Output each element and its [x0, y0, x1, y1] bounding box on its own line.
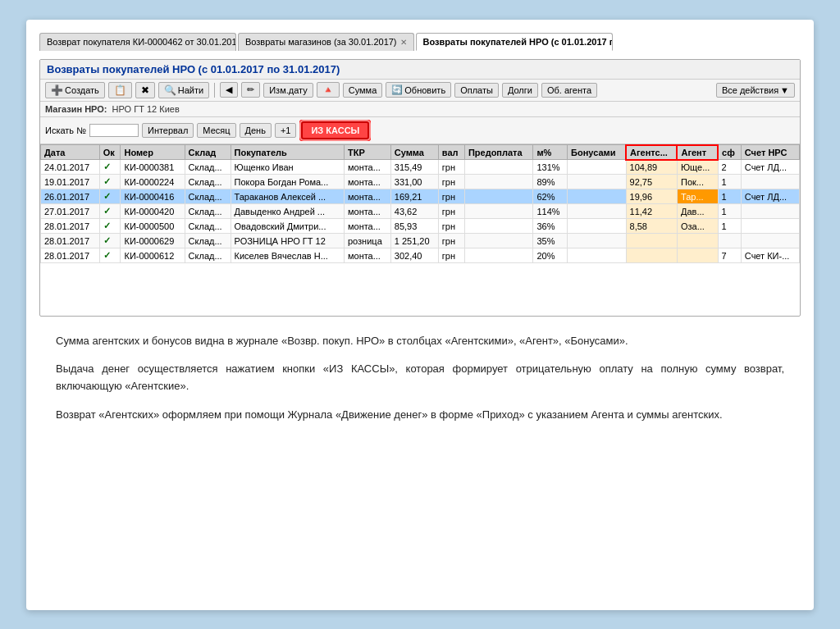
col-buyer: Покупатель — [231, 145, 344, 160]
filter-bar: Магазин НРО: НРО ГТ 12 Киев — [40, 102, 800, 117]
arrow-left-icon: ◀ — [226, 84, 232, 95]
table-header-row: Дата Ок Номер Склад Покупатель ТКР Сумма… — [41, 145, 800, 160]
col-sklad: Склад — [185, 145, 231, 160]
cell-m-pct: 35% — [533, 234, 568, 248]
edit-button[interactable]: ✏ — [241, 82, 260, 98]
oplaty-button[interactable]: Оплаты — [454, 83, 499, 98]
cell-m-pct: 131% — [533, 160, 568, 175]
cell-summa: 302,40 — [390, 248, 438, 263]
delete-button[interactable]: ✖ — [135, 82, 155, 98]
copy-icon: 📋 — [114, 84, 126, 96]
cell-predoplata — [464, 219, 533, 234]
cell-val: грн — [438, 175, 464, 189]
cell-val: грн — [438, 234, 464, 248]
col-val: вал — [438, 145, 464, 160]
cell-summa: 85,93 — [390, 219, 438, 234]
cell-val: грн — [438, 248, 464, 263]
find-button[interactable]: 🔍 Найти — [158, 82, 209, 98]
cell-tkr: розница — [344, 234, 390, 248]
cell-buyer: Киселев Вячеслав Н... — [231, 248, 344, 263]
cell-bonusami — [568, 160, 626, 175]
refresh-icon: 🔄 — [391, 84, 403, 95]
cell-summa: 315,49 — [390, 160, 438, 175]
cell-summa: 1 251,20 — [390, 234, 438, 248]
tab-1-label: Возврат покупателя КИ-0000462 от 30.01.2… — [47, 37, 236, 47]
cell-ok: ✓ — [99, 204, 121, 219]
summa-button[interactable]: Сумма — [343, 83, 383, 98]
cell-summa: 169,21 — [390, 189, 438, 204]
dolgi-button[interactable]: Долги — [502, 83, 538, 98]
cell-sf: 1 — [718, 204, 741, 219]
cell-date: 26.01.2017 — [41, 189, 100, 204]
cell-ok: ✓ — [99, 160, 121, 175]
cell-number: КИ-0000224 — [121, 175, 185, 189]
interval-button[interactable]: Интервал — [142, 123, 194, 138]
filter-label: Магазин НРО: — [45, 104, 107, 114]
cell-m-pct: 20% — [533, 248, 568, 263]
cell-number: КИ-0000500 — [121, 219, 185, 234]
table-row[interactable]: 26.01.2017✓КИ-0000416Склад...Тараканов А… — [41, 189, 800, 204]
cell-agent — [677, 248, 718, 263]
col-sf: сф — [718, 145, 741, 160]
table-row[interactable]: 27.01.2017✓КИ-0000420Склад...Давыденко А… — [41, 204, 800, 219]
cell-sklad: Склад... — [185, 160, 231, 175]
copy-button[interactable]: 📋 — [108, 82, 132, 98]
cell-predoplata — [464, 234, 533, 248]
cell-buyer: Овадовский Дмитри... — [231, 219, 344, 234]
plus1-button[interactable]: +1 — [275, 123, 297, 138]
arrow-left-button[interactable]: ◀ — [220, 82, 238, 98]
cell-schet: Счет КИ-... — [741, 248, 799, 263]
tab-2-close[interactable]: ✕ — [400, 38, 407, 47]
chevron-down-icon: ▼ — [780, 85, 789, 95]
col-bonusami: Бонусами — [568, 145, 626, 160]
cell-agent — [677, 234, 718, 248]
table-row[interactable]: 28.01.2017✓КИ-0000500Склад...Овадовский … — [41, 219, 800, 234]
cell-predoplata — [464, 248, 533, 263]
cell-agentskie: 92,75 — [626, 175, 677, 189]
cell-schet — [741, 204, 799, 219]
cell-m-pct: 114% — [533, 204, 568, 219]
search-input[interactable] — [89, 124, 139, 137]
tab-1[interactable]: Возврат покупателя КИ-0000462 от 30.01.2… — [39, 33, 236, 51]
table-row[interactable]: 24.01.2017✓КИ-0000381Склад...Ющенко Иван… — [41, 160, 800, 175]
create-button[interactable]: ➕ Создать — [45, 82, 105, 98]
cell-agent: Дав... — [677, 204, 718, 219]
table-row[interactable]: 19.01.2017✓КИ-0000224Склад...Покора Богд… — [41, 175, 800, 189]
cell-date: 27.01.2017 — [41, 204, 100, 219]
cell-tkr: монта... — [344, 160, 390, 175]
col-schet: Счет НРС — [741, 145, 799, 160]
cell-agent: Тар... — [677, 189, 718, 204]
cell-agentskie: 19,96 — [626, 189, 677, 204]
cell-tkr: монта... — [344, 248, 390, 263]
cell-predoplata — [464, 160, 533, 175]
cell-agent: Пок... — [677, 175, 718, 189]
table-row[interactable]: 28.01.2017✓КИ-0000612Склад...Киселев Вяч… — [41, 248, 800, 263]
den-button[interactable]: День — [240, 123, 272, 138]
cell-sf: 2 — [718, 160, 741, 175]
find-icon: 🔍 — [164, 84, 176, 96]
cell-m-pct: 62% — [533, 189, 568, 204]
add-button[interactable]: 🔺 — [317, 82, 340, 98]
mesyac-button[interactable]: Месяц — [197, 123, 235, 138]
add-icon: 🔺 — [322, 84, 334, 95]
cell-tkr: монта... — [344, 219, 390, 234]
cell-sklad: Склад... — [185, 219, 231, 234]
table-row[interactable]: 28.01.2017✓КИ-0000629Склад...РОЗНИЦА НРО… — [41, 234, 800, 248]
text-area: Сумма агентских и бонусов видна в журнал… — [39, 325, 801, 597]
iz-kassy-button[interactable]: ИЗ КАССЫ — [301, 121, 369, 139]
cell-ok: ✓ — [99, 189, 121, 204]
col-agentskie: Агентс... — [626, 145, 677, 160]
tab-3[interactable]: Возвраты покупателей НРО (с 01.01.2017 п… — [416, 33, 613, 51]
col-m-pct: м% — [533, 145, 568, 160]
vse-dejstviya-button[interactable]: Все действия ▼ — [716, 83, 795, 98]
izm-datu-button[interactable]: Изм.дату — [263, 83, 313, 98]
tab-2[interactable]: Возвраты магазинов (за 30.01.2017) ✕ — [238, 33, 414, 51]
cell-val: грн — [438, 219, 464, 234]
ob-agenta-button[interactable]: Об. агента — [541, 83, 597, 98]
cell-ok: ✓ — [99, 219, 121, 234]
cell-sklad: Склад... — [185, 175, 231, 189]
cell-agentskie — [626, 234, 677, 248]
text-para-2: Выдача денег осуществляется нажатием кно… — [56, 361, 784, 395]
cell-schet: Счет ЛД... — [741, 160, 799, 175]
refresh-button[interactable]: 🔄 Обновить — [386, 82, 451, 98]
